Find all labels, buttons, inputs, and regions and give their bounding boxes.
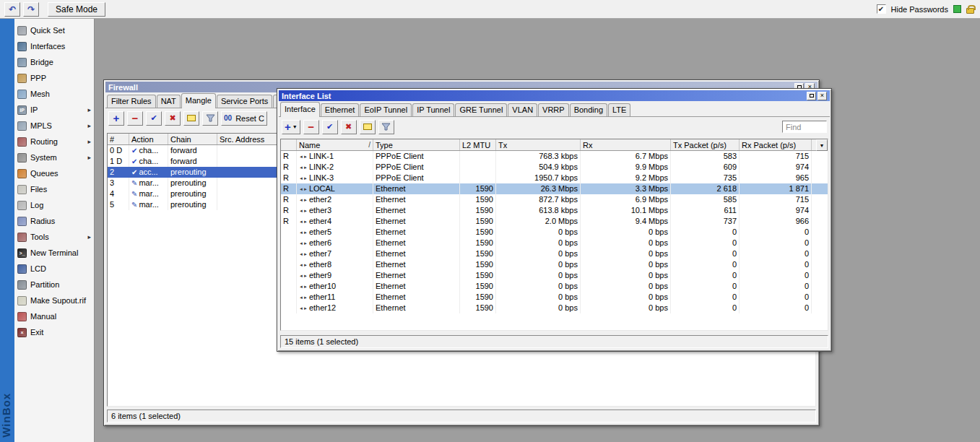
interface-tab-ip-tunnel[interactable]: IP Tunnel [412,103,454,116]
enable-interface-button[interactable]: ✔ [322,120,338,134]
interface-row[interactable]: R◄►LINK-3PPPoE Client1950.7 kbps9.2 Mbps… [281,173,828,183]
interface-row[interactable]: R◄►LINK-1PPPoE Client768.3 kbps6.7 Mbps5… [281,151,828,162]
sidebar-item-label: Partition [30,280,91,289]
submenu-arrow-icon: ▸ [87,106,91,113]
interface-row[interactable]: ◄►ether12Ethernet15900 bps0 bps00 [281,303,828,313]
column-header-blank[interactable]: # [108,134,129,144]
sidebar-item-mpls[interactable]: MPLS▸ [14,118,94,134]
interface-port-icon: ◄► [299,198,308,202]
interface-list-title-buttons: × [807,92,827,100]
interface-row[interactable]: ◄►ether9Ethernet15900 bps0 bps00 [281,270,828,281]
interface-tab-ethernet[interactable]: Ethernet [321,103,360,116]
sidebar-item-exit[interactable]: ×Exit [14,324,94,340]
column-header-flags[interactable] [281,139,297,150]
terminal-icon: >_ [17,248,27,258]
cell-rx-packet: 0 [740,303,812,313]
interface-row[interactable]: R◄►ether2Ethernet1590872.7 kbps6.9 Mbps5… [281,194,828,205]
column-header-type[interactable]: Type [373,139,460,150]
remove-interface-button[interactable]: − [303,120,319,134]
interface-tab-gre-tunnel[interactable]: GRE Tunnel [455,103,507,116]
sidebar-item-mesh[interactable]: Mesh [14,86,94,102]
add-interface-button[interactable]: + ▼ [282,120,300,134]
column-header-tx-packet-p-s[interactable]: Tx Packet (p/s) [671,139,740,150]
firewall-tab-nat[interactable]: NAT [157,95,181,108]
interface-row[interactable]: R◄►LINK-2PPPoE Client504.9 kbps9.9 Mbps6… [281,162,828,173]
column-selector-button[interactable]: ▼ [816,139,828,151]
interface-row[interactable]: ◄►ether5Ethernet15900 bps0 bps00 [281,227,828,238]
interface-row[interactable]: R◄►ether4Ethernet15902.0 Mbps9.4 Mbps737… [281,216,828,227]
filter-button[interactable] [202,111,218,126]
cell-type: Ethernet [373,227,460,238]
interface-tab-lte[interactable]: LTE [608,103,630,116]
safe-mode-button[interactable]: Safe Mode [48,2,105,17]
cell-tx-packet: 585 [671,194,740,205]
interface-row[interactable]: ◄►ether7Ethernet15900 bps0 bps00 [281,248,828,259]
interface-list-restore-button[interactable] [807,92,816,100]
column-header-rx-packet-p-s[interactable]: Rx Packet (p/s) [740,139,812,150]
sidebar-item-new-terminal[interactable]: >_New Terminal [14,245,94,261]
firewall-tab-mangle[interactable]: Mangle [181,93,216,108]
sidebar-item-make-supout-rif[interactable]: Make Supout.rif [14,292,94,308]
interface-tab-eoip-tunnel[interactable]: EoIP Tunnel [360,103,412,116]
firewall-tab-service-ports[interactable]: Service Ports [217,95,272,108]
remove-rule-button[interactable]: − [127,111,143,126]
cell-l2mtu: 1590 [460,227,496,238]
cell-name: ◄►ether6 [297,238,373,248]
cell-tx: 0 bps [496,281,581,292]
sidebar-item-bridge[interactable]: Bridge [14,54,94,70]
hide-passwords-checkbox[interactable]: ✔ [877,4,886,14]
sidebar-item-tools[interactable]: Tools▸ [14,229,94,245]
column-header-name[interactable]: Name/ [297,139,373,150]
sidebar-item-ip[interactable]: IPIP▸ [14,102,94,118]
sidebar-item-ppp[interactable]: PPP [14,70,94,86]
interface-row[interactable]: R◄►ether3Ethernet1590613.8 kbps10.1 Mbps… [281,205,828,216]
sidebar-item-log[interactable]: Log [14,197,94,213]
comment-button[interactable] [360,120,376,134]
interface-list-close-button[interactable]: × [818,92,827,100]
interface-row[interactable]: R◄►LOCALEthernet159026.3 Mbps3.3 Mbps2 6… [281,183,828,194]
disable-interface-button[interactable]: ✖ [341,120,357,134]
cell-chain: forward [168,145,217,156]
firewall-tab-filter-rules[interactable]: Filter Rules [107,95,156,108]
sidebar-item-label: Bridge [30,58,91,66]
enable-rule-button[interactable]: ✔ [146,111,162,126]
column-header-l2-mtu[interactable]: L2 MTU [460,139,496,150]
interface-row[interactable]: ◄►ether11Ethernet15900 bps0 bps00 [281,292,828,303]
sidebar-item-files[interactable]: Files [14,181,94,197]
sidebar-item-radius[interactable]: Radius [14,213,94,229]
column-header-chain[interactable]: Chain [168,134,217,144]
undo-button[interactable]: ↶ [4,2,20,17]
column-header-rx[interactable]: Rx [581,139,671,150]
interface-tab-interface[interactable]: Interface [280,102,320,117]
interface-tab-vlan[interactable]: VLAN [508,103,537,116]
redo-button[interactable]: ↷ [23,2,39,17]
interface-tab-bonding[interactable]: Bonding [570,103,607,116]
cell-rx: 0 bps [581,259,671,270]
interface-row[interactable]: ◄►ether6Ethernet15900 bps0 bps00 [281,238,828,248]
reset-counters-button[interactable]: 00 Reset C [221,111,267,126]
filter-button[interactable] [378,120,394,134]
disable-rule-button[interactable]: ✖ [165,111,181,126]
sidebar-item-routing[interactable]: Routing▸ [14,134,94,150]
sidebar-item-partition[interactable]: Partition [14,277,94,292]
interface-tab-vrrp[interactable]: VRRP [538,103,569,116]
sidebar-item-interfaces[interactable]: Interfaces [14,38,94,54]
sidebar-item-manual[interactable]: Manual [14,308,94,324]
interface-list-titlebar[interactable]: Interface List × [279,90,830,101]
cell-action: ✎mar... [129,178,168,188]
sidebar-item-lcd[interactable]: LCD [14,261,94,277]
sidebar-item-system[interactable]: System▸ [14,150,94,165]
add-rule-button[interactable]: + [108,111,124,126]
interface-row[interactable]: ◄►ether8Ethernet15900 bps0 bps00 [281,259,828,270]
dropdown-arrow-icon: ▼ [820,143,825,148]
column-header-tx[interactable]: Tx [496,139,581,150]
sidebar-item-queues[interactable]: Queues [14,165,94,181]
interface-row[interactable]: ◄►ether10Ethernet15900 bps0 bps00 [281,281,828,292]
sidebar-item-label: Radius [30,217,91,225]
find-input[interactable] [782,121,827,133]
sidebar-item-quick-set[interactable]: Quick Set [14,22,94,38]
interface-port-icon: ◄► [299,274,308,278]
column-header-action[interactable]: Action [129,134,168,144]
comment-button[interactable] [183,111,199,126]
cell-rule-number: 0 D [108,145,129,156]
